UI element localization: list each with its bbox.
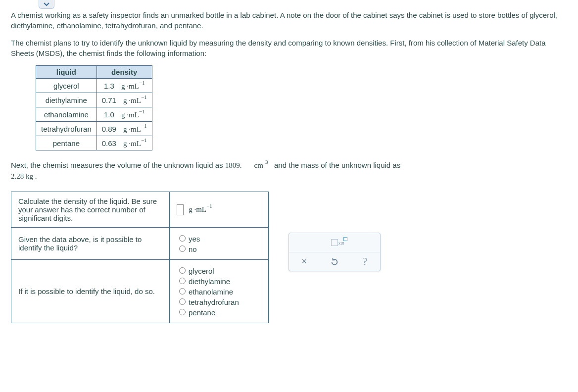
volume-value: 1809. (225, 161, 242, 169)
liquid-name: tetrahydrofuran (36, 122, 97, 136)
density-exp: −1 (139, 80, 145, 86)
density-exp: −1 (141, 94, 147, 100)
liquid-name: ethanolamine (36, 107, 97, 122)
radio-no[interactable]: no (177, 244, 261, 253)
density-table: liquid density glycerol 1.3 g ·mL−1 diet… (36, 65, 152, 150)
q1-unit: g ·mL (189, 205, 206, 213)
table-row: ethanolamine 1.0 g ·mL−1 (36, 107, 152, 122)
radio-pentane[interactable]: pentane (177, 307, 261, 317)
radio-diethylamine[interactable]: diethylamine (177, 276, 261, 286)
reset-button[interactable] (327, 255, 342, 268)
density-unit: g ·mL (121, 82, 139, 90)
radio-glycerol[interactable]: glycerol (177, 266, 261, 275)
liquid-name: glycerol (36, 79, 97, 93)
radio-tetrahydrofuran[interactable]: tetrahydrofuran (177, 297, 261, 306)
density-value: 0.89 (102, 125, 116, 133)
density-unit: g ·mL (123, 97, 141, 104)
q2-prompt: Given the data above, is it possible to … (11, 228, 170, 260)
measurement-sentence: Next, the chemist measures the volume of… (11, 159, 567, 182)
density-value: 1.3 (104, 82, 114, 90)
help-icon: ? (362, 255, 368, 268)
sci-notation-icon (331, 239, 338, 246)
q3-prompt: If it is possible to identify the liquid… (11, 260, 170, 323)
volume-exp: 3 (265, 159, 268, 165)
answer-table: Calculate the density of the liquid. Be … (11, 192, 269, 323)
intro-paragraph-1: A chemist working as a safety inspector … (11, 10, 567, 31)
clear-button[interactable]: × (296, 255, 312, 268)
liquid-name: diethylamine (36, 93, 97, 107)
q1-exp: −1 (206, 203, 212, 209)
q1-prompt: Calculate the density of the liquid. Be … (11, 192, 170, 228)
density-input[interactable] (177, 204, 184, 215)
table-row: pentane 0.63 g ·mL−1 (36, 136, 152, 150)
density-exp: −1 (139, 108, 145, 114)
collapse-toggle[interactable] (39, 0, 54, 9)
answer-toolbox: × ? (289, 233, 381, 271)
density-value: 1.0 (104, 110, 114, 119)
reset-icon (330, 257, 339, 266)
radio-yes[interactable]: yes (177, 234, 261, 243)
density-unit: g ·mL (121, 111, 139, 119)
density-value: 0.63 (102, 139, 116, 147)
density-exp: −1 (141, 137, 147, 143)
help-button[interactable]: ? (357, 255, 373, 268)
chevron-down-icon (44, 2, 49, 6)
x-icon: × (301, 256, 307, 267)
table-row: diethylamine 0.71 g ·mL−1 (36, 93, 152, 107)
table-row: glycerol 1.3 g ·mL−1 (36, 79, 152, 93)
radio-ethanolamine[interactable]: ethanolamine (177, 287, 261, 296)
density-exp: −1 (141, 123, 147, 129)
density-unit: g ·mL (123, 140, 141, 147)
liquid-name: pentane (36, 136, 97, 150)
table-row: tetrahydrofuran 0.89 g ·mL−1 (36, 122, 152, 136)
volume-unit: cm (254, 161, 263, 169)
sci-notation-button[interactable] (327, 236, 342, 249)
intro-paragraph-2: The chemist plans to try to identify the… (11, 38, 567, 58)
mass-line: 2.28 kg . (11, 172, 37, 180)
density-value: 0.71 (102, 96, 116, 104)
header-density: density (96, 66, 152, 79)
header-liquid: liquid (36, 66, 97, 79)
density-unit: g ·mL (123, 125, 141, 133)
